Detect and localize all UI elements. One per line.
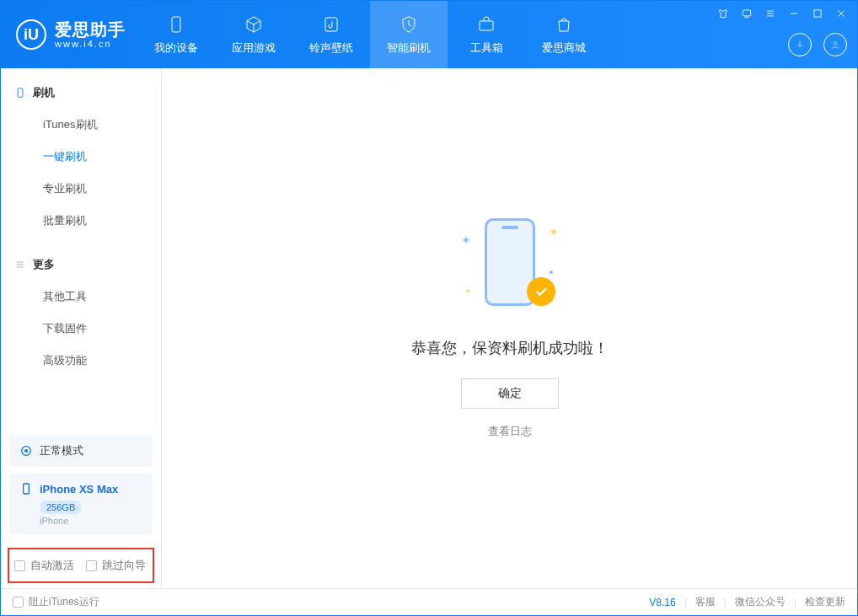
checkbox-label: 跳过向导 (102, 558, 146, 573)
minimize-icon[interactable] (786, 6, 802, 21)
phone-icon (14, 87, 26, 99)
music-icon (320, 13, 342, 35)
maximize-icon[interactable] (810, 6, 825, 21)
sidebar-item-batch-flash[interactable]: 批量刷机 (1, 205, 161, 237)
block-itunes-checkbox[interactable]: 阻止iTunes运行 (13, 595, 99, 609)
device-name: iPhone XS Max (40, 483, 118, 495)
svg-rect-4 (743, 10, 750, 16)
header-right (788, 33, 847, 56)
app-name-en: www.i4.cn (55, 39, 126, 49)
checkbox-label: 阻止iTunes运行 (29, 595, 99, 609)
sidebar-section-flash: 刷机 iTunes刷机 一键刷机 专业刷机 批量刷机 (1, 68, 161, 240)
nav-flash[interactable]: 智能刷机 (370, 1, 448, 68)
nav-store[interactable]: 爱思商城 (525, 1, 603, 68)
user-button[interactable] (823, 33, 847, 56)
nav-label: 工具箱 (470, 40, 503, 56)
sparkle-icon: • (550, 265, 554, 279)
success-illustration: ✦ ✦ ✦ • (459, 218, 560, 319)
logo-text: 爱思助手 www.i4.cn (55, 20, 126, 49)
svg-point-8 (24, 449, 28, 453)
sidebar-item-pro-flash[interactable]: 专业刷机 (1, 173, 161, 205)
svg-rect-2 (480, 21, 493, 30)
close-icon[interactable] (834, 6, 849, 21)
mode-card[interactable]: 正常模式 (9, 435, 153, 467)
app-window: iU 爱思助手 www.i4.cn 我的设备 应用游戏 铃声壁纸 智能刷机 (0, 0, 858, 616)
check-badge-icon (527, 277, 555, 306)
nav-toolbox[interactable]: 工具箱 (448, 1, 525, 68)
sidebar-head-more: 更多 (1, 252, 161, 277)
body: 刷机 iTunes刷机 一键刷机 专业刷机 批量刷机 更多 其他工具 下载固件 (1, 68, 857, 588)
main-content: ✦ ✦ ✦ • 恭喜您，保资料刷机成功啦！ 确定 查看日志 (162, 68, 857, 588)
svg-rect-6 (18, 88, 23, 98)
device-card[interactable]: iPhone XS Max 256GB iPhone (9, 474, 153, 534)
sidebar-item-advanced[interactable]: 高级功能 (1, 345, 161, 377)
ok-button[interactable]: 确定 (461, 378, 559, 409)
toolbox-icon (475, 13, 497, 35)
svg-point-3 (834, 42, 837, 46)
success-message: 恭喜您，保资料刷机成功啦！ (411, 338, 609, 358)
version-label: V8.16 (649, 597, 675, 608)
bag-icon (553, 13, 575, 35)
sidebar-section-more: 更多 其他工具 下载固件 高级功能 (1, 240, 161, 380)
sidebar-devices: 正常模式 iPhone XS Max 256GB iPhone (1, 435, 161, 548)
svg-rect-5 (814, 10, 821, 17)
logo-icon: iU (16, 19, 46, 50)
feedback-icon[interactable] (739, 6, 754, 21)
sidebar-items-more: 其他工具 下载固件 高级功能 (1, 277, 161, 380)
footer-right: V8.16 | 客服 | 微信公众号 | 检查更新 (649, 595, 845, 609)
checkbox-icon (86, 560, 97, 571)
nav-label: 应用游戏 (232, 40, 276, 56)
window-controls (716, 6, 849, 21)
device-type: iPhone (40, 516, 142, 526)
logo[interactable]: iU 爱思助手 www.i4.cn (1, 19, 137, 50)
sidebar-item-other-tools[interactable]: 其他工具 (1, 281, 161, 313)
nav-apps-games[interactable]: 应用游戏 (215, 1, 292, 68)
svg-rect-0 (172, 17, 180, 32)
skin-icon[interactable] (716, 6, 731, 21)
activation-options: 自动激活 跳过向导 (8, 548, 154, 583)
sidebar: 刷机 iTunes刷机 一键刷机 专业刷机 批量刷机 更多 其他工具 下载固件 (1, 68, 162, 588)
checkbox-icon (13, 597, 24, 608)
sidebar-title: 更多 (33, 257, 55, 272)
sparkle-icon: ✦ (464, 287, 471, 296)
sidebar-head-flash: 刷机 (1, 80, 161, 105)
mode-label: 正常模式 (40, 443, 83, 458)
footer-link-update[interactable]: 检查更新 (805, 595, 845, 609)
checkbox-icon (14, 560, 25, 571)
nav: 我的设备 应用游戏 铃声壁纸 智能刷机 工具箱 爱思商城 (137, 1, 603, 68)
nav-label: 爱思商城 (542, 40, 586, 56)
sidebar-item-download-fw[interactable]: 下载固件 (1, 313, 161, 345)
sidebar-item-itunes-flash[interactable]: iTunes刷机 (1, 109, 161, 141)
svg-rect-1 (325, 18, 337, 31)
sidebar-items-flash: iTunes刷机 一键刷机 专业刷机 批量刷机 (1, 105, 161, 240)
app-name-zh: 爱思助手 (55, 20, 126, 39)
footer-link-wechat[interactable]: 微信公众号 (735, 595, 786, 609)
shield-icon (398, 13, 420, 35)
nav-my-device[interactable]: 我的设备 (137, 1, 215, 68)
svg-rect-9 (24, 484, 29, 494)
device-name-row: iPhone XS Max (19, 482, 142, 495)
menu-icon[interactable] (763, 6, 778, 21)
list-icon (14, 259, 26, 271)
cube-icon (243, 13, 265, 35)
view-log-link[interactable]: 查看日志 (488, 424, 532, 439)
nav-label: 我的设备 (154, 40, 198, 56)
footer: 阻止iTunes运行 V8.16 | 客服 | 微信公众号 | 检查更新 (1, 588, 857, 615)
header: iU 爱思助手 www.i4.cn 我的设备 应用游戏 铃声壁纸 智能刷机 (1, 1, 857, 68)
device-icon (165, 13, 187, 35)
nav-label: 铃声壁纸 (309, 40, 353, 56)
checkbox-label: 自动激活 (30, 558, 74, 573)
sidebar-item-oneclick-flash[interactable]: 一键刷机 (1, 141, 161, 173)
sparkle-icon: ✦ (461, 233, 471, 247)
device-icon (19, 482, 33, 495)
sparkle-icon: ✦ (549, 225, 559, 238)
nav-label: 智能刷机 (387, 40, 431, 56)
sidebar-title: 刷机 (33, 85, 55, 100)
mode-icon (19, 444, 33, 458)
footer-link-support[interactable]: 客服 (695, 595, 716, 609)
nav-ringtone-wallpaper[interactable]: 铃声壁纸 (292, 1, 370, 68)
device-storage: 256GB (40, 501, 82, 514)
skip-guide-checkbox[interactable]: 跳过向导 (86, 558, 146, 573)
auto-activate-checkbox[interactable]: 自动激活 (14, 558, 74, 573)
download-button[interactable] (788, 33, 812, 56)
